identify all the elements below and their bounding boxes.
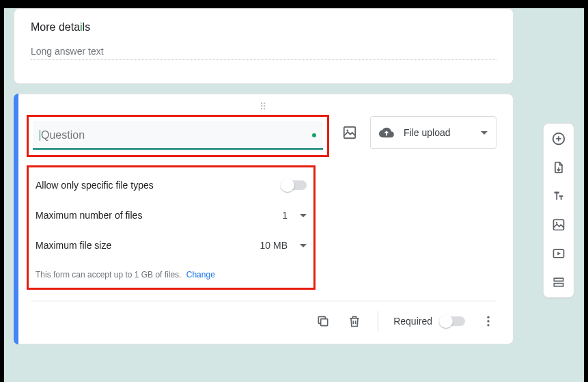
add-video-button[interactable] xyxy=(550,245,567,262)
svg-point-4 xyxy=(487,320,489,322)
svg-point-1 xyxy=(346,129,348,131)
add-image-toolbar-button[interactable] xyxy=(550,217,567,233)
question-title: More details xyxy=(31,21,496,33)
svg-rect-2 xyxy=(321,319,328,326)
svg-rect-0 xyxy=(344,127,356,139)
import-questions-button[interactable] xyxy=(550,159,567,176)
svg-point-5 xyxy=(487,324,489,326)
question-card-active: ⠿ Question xyxy=(14,94,514,344)
chevron-down-icon xyxy=(300,214,307,217)
add-question-button[interactable] xyxy=(550,131,567,147)
duplicate-button[interactable] xyxy=(315,313,331,329)
file-upload-options-box: Allow only specific file types Maximum n… xyxy=(27,165,316,290)
max-files-select[interactable]: 1 xyxy=(282,210,307,221)
change-storage-link[interactable]: Change xyxy=(186,270,215,279)
cloud-upload-icon xyxy=(379,125,394,140)
required-label: Required xyxy=(393,316,432,327)
chevron-down-icon xyxy=(300,244,307,247)
max-files-label: Maximum number of files xyxy=(36,210,142,221)
svg-point-3 xyxy=(487,316,489,318)
allow-specific-file-types-label: Allow only specific file types xyxy=(36,180,154,191)
side-toolbar xyxy=(543,123,574,298)
more-options-button[interactable] xyxy=(480,313,496,329)
chevron-down-icon xyxy=(481,131,488,135)
question-type-label: File upload xyxy=(404,127,471,138)
allow-specific-file-types-toggle[interactable] xyxy=(282,180,307,190)
add-image-button[interactable] xyxy=(340,123,359,142)
max-size-label: Maximum file size xyxy=(36,240,111,251)
question-input[interactable]: Question xyxy=(33,121,323,150)
separator xyxy=(378,311,378,331)
add-section-button[interactable] xyxy=(550,274,567,290)
long-answer-placeholder: Long answer text xyxy=(31,46,496,60)
status-dot-icon xyxy=(312,133,316,137)
max-size-select[interactable]: 10 MB xyxy=(260,240,307,251)
drag-handle-icon[interactable]: ⠿ xyxy=(31,101,496,112)
divider xyxy=(31,301,496,301)
question-type-select[interactable]: File upload xyxy=(370,116,496,149)
required-toggle[interactable] xyxy=(440,316,465,326)
svg-rect-11 xyxy=(554,284,563,286)
svg-rect-7 xyxy=(554,220,564,230)
svg-point-8 xyxy=(556,222,558,224)
question-card-more-details: More details Long answer text xyxy=(14,8,514,84)
delete-button[interactable] xyxy=(346,313,363,329)
question-footer: Required xyxy=(31,311,496,331)
storage-hint: This form can accept up to 1 GB of files… xyxy=(36,270,307,279)
svg-rect-10 xyxy=(554,278,563,281)
add-title-button[interactable] xyxy=(550,188,567,204)
question-highlight-box: Question xyxy=(27,115,329,157)
